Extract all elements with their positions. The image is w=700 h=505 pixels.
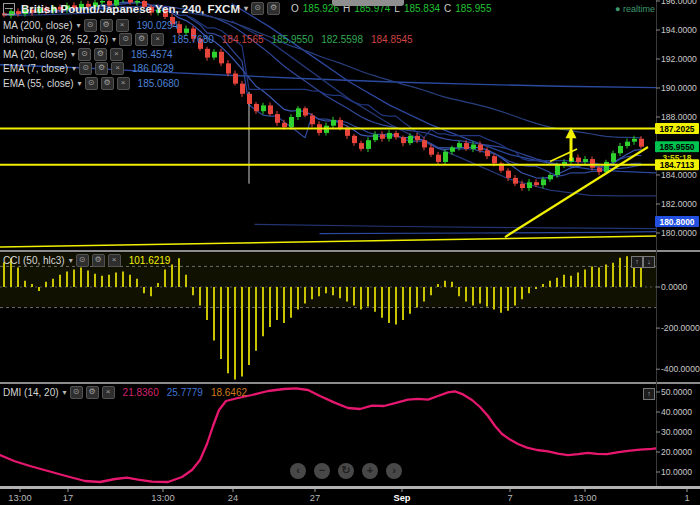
legend-ma200[interactable]: MA (200, close) ▾ ⊙ ⚙ × 190.0294 (3, 19, 178, 32)
candle-body (618, 146, 623, 153)
indicator-label[interactable]: EMA (55, close) (3, 78, 74, 89)
candle-body (457, 143, 462, 147)
eye-icon[interactable]: ⊙ (85, 77, 98, 90)
candle-body (555, 165, 560, 175)
candle-body (506, 171, 511, 178)
zoom-out-button[interactable]: − (314, 463, 330, 479)
cloud-flat-line (255, 224, 656, 228)
close-icon[interactable]: × (116, 19, 129, 32)
candle-body (268, 105, 273, 114)
legend-cci[interactable]: CCI (50, hlc3) ▾ ⊙ ⚙ × 101.6219 (3, 254, 170, 267)
candle-body (282, 123, 287, 127)
candle-body (590, 159, 595, 168)
legend-ema7[interactable]: EMA (7, close) ▾ ⊙ ⚙ × 186.0629 (3, 62, 174, 75)
chevron-down-icon[interactable]: ▾ (112, 35, 116, 44)
legend-ichimoku[interactable]: Ichimoku (9, 26, 52, 26) ▾ ⊙ ⚙ × 185.768… (3, 33, 413, 46)
symbol-legend-row[interactable]: British Pound/Japanese Yen, 240, FXCM ▾ … (3, 2, 491, 15)
pane-separator[interactable] (0, 250, 700, 252)
cci-pane-down-button[interactable]: ↓ (643, 256, 655, 268)
candle-body (338, 120, 343, 129)
candle-body (373, 134, 378, 140)
eye-icon[interactable]: ⊙ (76, 254, 89, 267)
indicator-label[interactable]: MA (20, close) (3, 49, 67, 60)
eye-icon[interactable]: ⊙ (78, 48, 91, 61)
legend-dmi[interactable]: DMI (14, 20) ▾ ⊙ ⚙ × 21.8360 25.7779 18.… (3, 386, 247, 399)
candle-body (247, 94, 252, 104)
chevron-down-icon[interactable]: ▾ (76, 21, 80, 30)
chevron-down-icon[interactable]: ▾ (71, 50, 75, 59)
indicator-label[interactable]: DMI (14, 20) (3, 387, 59, 398)
eye-icon[interactable]: ⊙ (119, 33, 132, 46)
candle-body (583, 159, 588, 162)
close-value: 185.955 (455, 3, 491, 14)
price-axis[interactable] (656, 0, 700, 486)
indicator-label[interactable]: MA (200, close) (3, 20, 72, 31)
close-icon[interactable]: × (111, 62, 124, 75)
candle-body (443, 152, 448, 162)
gear-icon[interactable]: ⚙ (100, 19, 113, 32)
indicator-label[interactable]: CCI (50, hlc3) (3, 255, 65, 266)
open-value: 185.926 (303, 3, 339, 14)
cci-pane-up-button[interactable]: ↑ (631, 256, 643, 268)
pan-right-button[interactable]: › (386, 463, 402, 479)
eye-icon[interactable]: ⊙ (84, 19, 97, 32)
candle-body (394, 133, 399, 137)
time-axis[interactable] (0, 489, 700, 505)
candle-body (205, 49, 210, 58)
dmi-pane-up-button[interactable]: ↑ (643, 388, 655, 400)
symbol-title[interactable]: British Pound/Japanese Yen, 240, FXCM (21, 3, 240, 15)
ohlc-readout: O185.926 H185.974 L185.834 C185.955 (291, 3, 491, 14)
candle-body (534, 182, 539, 185)
candle-body (380, 134, 385, 138)
candle-body (576, 158, 581, 162)
gear-icon[interactable]: ⚙ (267, 2, 280, 15)
legend-ema55[interactable]: EMA (55, close) ▾ ⊙ ⚙ × 185.0680 (3, 77, 179, 90)
close-icon[interactable]: × (110, 48, 123, 61)
chevron-down-icon[interactable]: ▾ (244, 4, 248, 13)
eye-icon[interactable]: ⊙ (251, 2, 264, 15)
adx-value: 21.8360 (123, 387, 159, 398)
candle-body (310, 116, 315, 125)
close-icon[interactable]: × (108, 254, 121, 267)
chevron-down-icon[interactable]: ▾ (72, 64, 76, 73)
indicator-value: 186.0629 (132, 63, 174, 74)
candle-body (303, 108, 308, 115)
candle-body (219, 52, 224, 64)
legend-ma20[interactable]: MA (20, close) ▾ ⊙ ⚙ × 185.4574 (3, 48, 173, 61)
chevron-down-icon[interactable]: ▾ (69, 256, 73, 265)
gear-icon[interactable]: ⚙ (95, 62, 108, 75)
pane-separator[interactable] (0, 382, 700, 384)
candle-body (478, 145, 483, 151)
gear-icon[interactable]: ⚙ (101, 77, 114, 90)
close-icon[interactable]: × (151, 33, 164, 46)
close-icon[interactable]: × (117, 77, 130, 90)
gear-icon[interactable]: ⚙ (92, 254, 105, 267)
candle-body (296, 108, 301, 117)
gear-icon[interactable]: ⚙ (86, 386, 99, 399)
candle-body (520, 184, 525, 188)
indicator-label[interactable]: Ichimoku (9, 26, 52, 26) (3, 34, 108, 45)
indicator-label[interactable]: EMA (7, close) (3, 63, 68, 74)
gear-icon[interactable]: ⚙ (94, 48, 107, 61)
long-term-trendline[interactable] (0, 236, 656, 247)
reset-view-button[interactable]: ↻ (338, 463, 354, 479)
gear-icon[interactable]: ⚙ (135, 33, 148, 46)
senkou-b-value: 182.5598 (321, 34, 363, 45)
zoom-in-button[interactable]: + (362, 463, 378, 479)
candle-body (422, 140, 427, 147)
chevron-down-icon[interactable]: ▾ (78, 79, 82, 88)
pan-left-button[interactable]: ‹ (290, 463, 306, 479)
indicator-value: 185.0680 (138, 78, 180, 89)
time-axis-separator[interactable] (0, 486, 700, 489)
chart-style-icon[interactable] (3, 3, 15, 15)
close-icon[interactable]: × (102, 386, 115, 399)
chevron-down-icon[interactable]: ▾ (63, 388, 67, 397)
candle-body (597, 168, 602, 172)
candle-body (604, 162, 609, 172)
candle-body (275, 114, 280, 123)
candle-body (492, 156, 497, 163)
eye-icon[interactable]: ⊙ (79, 62, 92, 75)
indicator-value: 190.0294 (137, 20, 179, 31)
candle-body (625, 142, 630, 146)
eye-icon[interactable]: ⊙ (70, 386, 83, 399)
